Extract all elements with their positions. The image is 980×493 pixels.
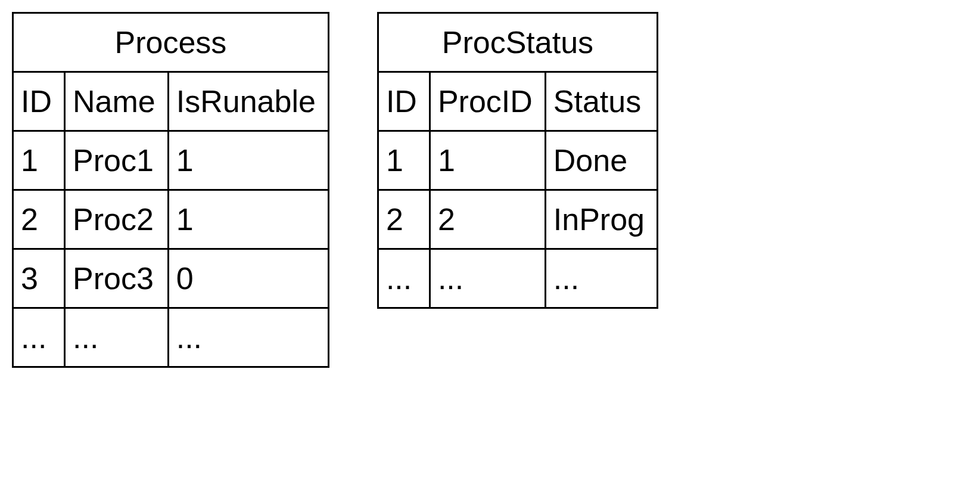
cell: ... [545,249,657,308]
table-header-row: ID Name IsRunable [13,72,329,131]
cell: ... [65,308,169,367]
table-row: ... ... ... [13,308,329,367]
cell: InProg [545,190,657,249]
table-row: 1 1 Done [378,131,657,190]
procstatus-table-title: ProcStatus [377,12,658,71]
cell: ... [378,249,430,308]
column-header: ID [378,72,430,131]
cell: 0 [168,249,328,308]
column-header: ID [13,72,65,131]
cell: 2 [430,190,545,249]
cell: 2 [13,190,65,249]
table-row: 2 Proc2 1 [13,190,329,249]
cell: 1 [168,131,328,190]
cell: 1 [430,131,545,190]
procstatus-table: ProcStatus ID ProcID Status 1 1 Done 2 2… [377,12,658,309]
cell: 2 [378,190,430,249]
table-header-row: ID ProcID Status [378,72,657,131]
cell: 3 [13,249,65,308]
cell: Done [545,131,657,190]
cell: 1 [378,131,430,190]
process-table-title: Process [12,12,329,71]
column-header: ProcID [430,72,545,131]
cell: 1 [13,131,65,190]
column-header: Status [545,72,657,131]
table-row: ... ... ... [378,249,657,308]
cell: ... [430,249,545,308]
cell: ... [168,308,328,367]
cell: Proc1 [65,131,169,190]
table-row: 3 Proc3 0 [13,249,329,308]
column-header: Name [65,72,169,131]
cell: Proc3 [65,249,169,308]
cell: ... [13,308,65,367]
cell: 1 [168,190,328,249]
process-table: Process ID Name IsRunable 1 Proc1 1 2 Pr… [12,12,329,368]
table-row: 1 Proc1 1 [13,131,329,190]
table-row: 2 2 InProg [378,190,657,249]
cell: Proc2 [65,190,169,249]
column-header: IsRunable [168,72,328,131]
